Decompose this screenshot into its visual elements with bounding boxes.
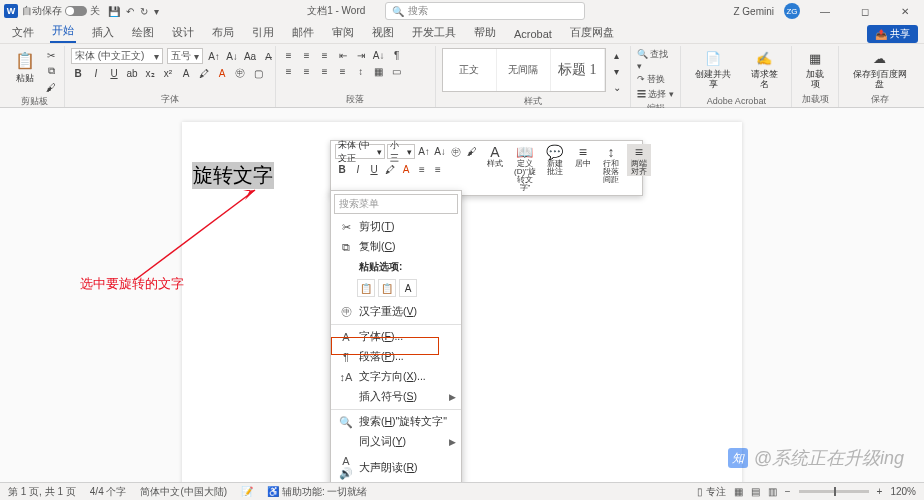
numbering-icon[interactable]: ≡ xyxy=(300,48,314,62)
request-sign-button[interactable]: ✍请求签名 xyxy=(743,48,786,92)
grow-font-icon[interactable]: A↑ xyxy=(207,49,221,63)
phonetic-icon[interactable]: ㊥ xyxy=(233,66,247,80)
mt-italic-icon[interactable]: I xyxy=(351,162,365,177)
status-text-predict[interactable]: 📝 xyxy=(241,486,253,497)
mt-center-button[interactable]: ≡居中 xyxy=(571,144,595,168)
change-case-icon[interactable]: Aa xyxy=(243,49,257,63)
undo-icon[interactable]: ↶ xyxy=(126,6,134,17)
addins-button[interactable]: ▦加载项 xyxy=(798,48,832,92)
mt-painter-icon[interactable]: 🖌 xyxy=(465,144,479,159)
line-spacing-icon[interactable]: ↕ xyxy=(354,64,368,78)
font-size-dropdown[interactable]: 五号▾ xyxy=(167,48,203,64)
mt-numbering-icon[interactable]: ≡ xyxy=(431,162,445,177)
user-avatar[interactable]: ZG xyxy=(784,3,800,19)
cm-copy[interactable]: ⧉复制(C) xyxy=(331,237,461,257)
tab-help[interactable]: 帮助 xyxy=(472,22,498,43)
font-name-dropdown[interactable]: 宋体 (中文正文)▾ xyxy=(71,48,163,64)
zoom-in[interactable]: + xyxy=(877,486,883,497)
sort-icon[interactable]: A↓ xyxy=(372,48,386,62)
status-view-web[interactable]: ▥ xyxy=(768,486,777,497)
close-button[interactable]: ✕ xyxy=(890,6,920,17)
autosave-toggle[interactable] xyxy=(65,6,87,16)
status-focus[interactable]: ▯ 专注 xyxy=(697,485,726,499)
mt-bullets-icon[interactable]: ≡ xyxy=(415,162,429,177)
zoom-out[interactable]: − xyxy=(785,486,791,497)
shading-icon[interactable]: ▦ xyxy=(372,64,386,78)
user-name[interactable]: Z Gemini xyxy=(733,6,774,17)
align-center-icon[interactable]: ≡ xyxy=(300,64,314,78)
highlight-icon[interactable]: 🖍 xyxy=(197,66,211,80)
shrink-font-icon[interactable]: A↓ xyxy=(225,49,239,63)
mt-bold-icon[interactable]: B xyxy=(335,162,349,177)
tab-file[interactable]: 文件 xyxy=(10,22,36,43)
borders-icon[interactable]: ▭ xyxy=(390,64,404,78)
cm-search[interactable]: 搜索菜单 xyxy=(334,194,458,214)
status-accessibility[interactable]: ♿ 辅助功能: 一切就绪 xyxy=(267,485,367,499)
justify-icon[interactable]: ≡ xyxy=(336,64,350,78)
mt-style-button[interactable]: A样式 xyxy=(483,144,507,168)
autosave[interactable]: 自动保存 关 xyxy=(22,4,100,18)
tab-layout[interactable]: 布局 xyxy=(210,22,236,43)
underline-icon[interactable]: U xyxy=(107,66,121,80)
subscript-icon[interactable]: x₂ xyxy=(143,66,157,80)
superscript-icon[interactable]: x² xyxy=(161,66,175,80)
cm-insert-symbol[interactable]: 插入符号(S)▶ xyxy=(331,387,461,407)
tab-acrobat[interactable]: Acrobat xyxy=(512,25,554,43)
mt-phonetic-icon[interactable]: ㊥ xyxy=(449,144,463,159)
border-char-icon[interactable]: ▢ xyxy=(251,66,265,80)
mt-comment-button[interactable]: 💬新建批注 xyxy=(543,144,567,176)
show-marks-icon[interactable]: ¶ xyxy=(390,48,404,62)
mt-define-button[interactable]: 📖定义(D)"旋转文字" xyxy=(511,144,539,192)
find-button[interactable]: 🔍 查找 ▾ xyxy=(637,48,675,71)
zoom-value[interactable]: 120% xyxy=(890,486,916,497)
mt-spacing-button[interactable]: ↕行和段落间距 xyxy=(599,144,623,184)
replace-button[interactable]: ↷ 替换 xyxy=(637,73,666,86)
paste-button[interactable]: 📋粘贴 xyxy=(10,48,40,86)
tab-baidu[interactable]: 百度网盘 xyxy=(568,22,616,43)
mt-color-icon[interactable]: A xyxy=(399,162,413,177)
align-left-icon[interactable]: ≡ xyxy=(282,64,296,78)
status-lang[interactable]: 简体中文(中国大陆) xyxy=(140,485,227,499)
cm-read-aloud[interactable]: A🔊大声朗读(R) xyxy=(331,452,461,483)
style-nospacing[interactable]: 无间隔 xyxy=(497,49,551,91)
bold-icon[interactable]: B xyxy=(71,66,85,80)
save-baidu-button[interactable]: ☁保存到百度网盘 xyxy=(845,48,914,92)
tab-home[interactable]: 开始 xyxy=(50,20,76,43)
tab-view[interactable]: 视图 xyxy=(370,22,396,43)
style-normal[interactable]: 正文 xyxy=(443,49,497,91)
cm-search-rotate[interactable]: 🔍搜索(H)"旋转文字" xyxy=(331,412,461,432)
strike-icon[interactable]: ab xyxy=(125,66,139,80)
mt-shrink-icon[interactable]: A↓ xyxy=(433,144,447,159)
mt-underline-icon[interactable]: U xyxy=(367,162,381,177)
share-button[interactable]: 📤 共享 xyxy=(867,25,918,43)
mt-font-dropdown[interactable]: 宋体 (中文正▾ xyxy=(335,144,385,159)
cm-chinese-reselect[interactable]: ㊥汉字重选(V) xyxy=(331,301,461,322)
save-icon[interactable]: 💾 xyxy=(108,6,120,17)
select-button[interactable]: ☰ 选择 ▾ xyxy=(637,88,674,101)
minimize-button[interactable]: — xyxy=(810,6,840,17)
zoom-slider[interactable] xyxy=(799,490,869,493)
create-share-button[interactable]: 📄创建并共享 xyxy=(687,48,738,92)
clear-format-icon[interactable]: A̶ xyxy=(261,49,275,63)
mt-grow-icon[interactable]: A↑ xyxy=(417,144,431,159)
style-heading1[interactable]: 标题 1 xyxy=(551,49,605,91)
paste-text-icon[interactable]: A xyxy=(399,279,417,297)
text-effects-icon[interactable]: A xyxy=(179,66,193,80)
mt-justify-button[interactable]: ≡两端对齐 xyxy=(627,144,651,176)
maximize-button[interactable]: ◻ xyxy=(850,6,880,17)
font-color-icon[interactable]: A xyxy=(215,66,229,80)
mt-highlight-icon[interactable]: 🖍 xyxy=(383,162,397,177)
bullets-icon[interactable]: ≡ xyxy=(282,48,296,62)
tab-draw[interactable]: 绘图 xyxy=(130,22,156,43)
status-words[interactable]: 4/4 个字 xyxy=(90,485,127,499)
copy-icon[interactable]: ⧉ xyxy=(44,64,58,78)
cm-synonyms[interactable]: 同义词(Y)▶ xyxy=(331,432,461,452)
italic-icon[interactable]: I xyxy=(89,66,103,80)
status-view-read[interactable]: ▤ xyxy=(751,486,760,497)
align-right-icon[interactable]: ≡ xyxy=(318,64,332,78)
cm-cut[interactable]: ✂剪切(T) xyxy=(331,217,461,237)
cut-icon[interactable]: ✂ xyxy=(44,48,58,62)
styles-gallery[interactable]: 正文 无间隔 标题 1 xyxy=(442,48,606,92)
tab-review[interactable]: 审阅 xyxy=(330,22,356,43)
status-page[interactable]: 第 1 页, 共 1 页 xyxy=(8,485,76,499)
